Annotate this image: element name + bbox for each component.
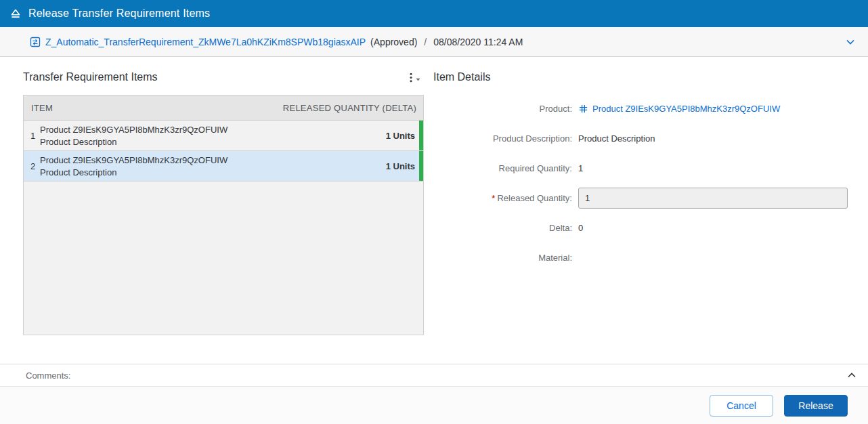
- main-content: Transfer Requirement Items ITEM: [0, 57, 868, 364]
- comments-bar: Comments:: [0, 364, 868, 386]
- release-eject-icon: [9, 7, 22, 20]
- comments-label: Comments:: [26, 370, 70, 381]
- items-panel-title: Transfer Requirement Items: [23, 71, 158, 83]
- column-header-item: ITEM: [31, 103, 53, 113]
- delta-label: Delta:: [433, 223, 572, 233]
- required-quantity-value: 1: [578, 163, 848, 173]
- row-released-quantity: 1 Units: [386, 131, 415, 141]
- released-quantity-field-row: *Released Quantity:: [433, 183, 848, 213]
- transfer-requirement-link[interactable]: Z_Automatic_TransferRequirement_ZkMWe7La…: [45, 37, 366, 47]
- table-row[interactable]: 2 Product Z9IEsK9GYA5PI8bMhzK3zr9QzOFUIW…: [24, 151, 423, 182]
- release-button[interactable]: Release: [784, 395, 848, 417]
- released-quantity-label: *Released Quantity:: [433, 193, 572, 203]
- delta-field-row: Delta: 0: [433, 213, 848, 242]
- product-icon: [578, 104, 588, 114]
- released-quantity-input[interactable]: [578, 188, 848, 209]
- row-released-quantity: 1 Units: [386, 161, 415, 171]
- product-link[interactable]: Product Z9IEsK9GYA5PI8bMhzK3zr9QzOFUIW: [592, 104, 780, 114]
- item-details-panel: Item Details Product: Product Z9IEsK9GYA…: [424, 68, 848, 364]
- required-quantity-field-row: Required Quantity: 1: [433, 153, 848, 183]
- row-status-strip: [419, 121, 423, 150]
- delta-value: 0: [578, 223, 848, 233]
- product-description-label: Product Description:: [433, 133, 572, 144]
- product-description-value: Product Description: [578, 133, 848, 144]
- required-marker: *: [492, 193, 495, 203]
- product-description-field-row: Product Description: Product Description: [433, 123, 848, 153]
- table-settings-button[interactable]: [406, 70, 424, 85]
- items-panel: Transfer Requirement Items ITEM: [23, 68, 424, 364]
- row-index: 2: [24, 161, 40, 171]
- product-label: Product:: [433, 104, 572, 114]
- row-product-name: Product Z9IEsK9GYA5PI8bMhzK3zr9QzOFUIW: [40, 155, 381, 165]
- overflow-menu-icon: [408, 72, 422, 83]
- row-product-name: Product Z9IEsK9GYA5PI8bMhzK3zr9QzOFUIW: [40, 125, 381, 135]
- material-label: Material:: [433, 253, 572, 263]
- cancel-button[interactable]: Cancel: [710, 395, 773, 417]
- footer-toolbar: Cancel Release: [0, 386, 868, 424]
- items-table-header: ITEM RELEASED QUANTITY (DELTA): [24, 96, 423, 121]
- items-table: ITEM RELEASED QUANTITY (DELTA) 1 Product…: [23, 95, 424, 335]
- items-panel-header: Transfer Requirement Items: [23, 68, 424, 87]
- item-details-title: Item Details: [433, 68, 848, 87]
- row-index: 1: [24, 131, 40, 141]
- row-status-strip: [419, 151, 423, 181]
- collapse-header-button[interactable]: [844, 35, 857, 49]
- release-transfer-dialog: Release Transfer Requirement Items Z_Aut…: [0, 0, 868, 424]
- transfer-requirement-icon: [30, 37, 41, 47]
- dialog-title: Release Transfer Requirement Items: [28, 7, 210, 20]
- object-header: Z_Automatic_TransferRequirement_ZkMWe7La…: [0, 27, 868, 57]
- chevron-down-icon: [845, 37, 856, 47]
- shell-header: Release Transfer Requirement Items: [0, 0, 868, 27]
- row-product-description: Product Description: [40, 167, 381, 177]
- collapse-comments-button[interactable]: [845, 368, 859, 382]
- row-product-description: Product Description: [40, 137, 381, 147]
- column-header-released-quantity: RELEASED QUANTITY (DELTA): [283, 103, 416, 113]
- product-field-row: Product: Product Z9IEsK9GYA5PI8bMhzK3zr9…: [433, 93, 848, 123]
- timestamp: 08/08/2020 11:24 AM: [433, 37, 523, 47]
- chevron-up-icon: [846, 370, 857, 381]
- breadcrumb-separator: /: [424, 37, 427, 47]
- required-quantity-label: Required Quantity:: [433, 163, 572, 173]
- material-field-row: Material:: [433, 242, 848, 272]
- approval-status: (Approved): [370, 37, 417, 47]
- table-row[interactable]: 1 Product Z9IEsK9GYA5PI8bMhzK3zr9QzOFUIW…: [24, 121, 423, 151]
